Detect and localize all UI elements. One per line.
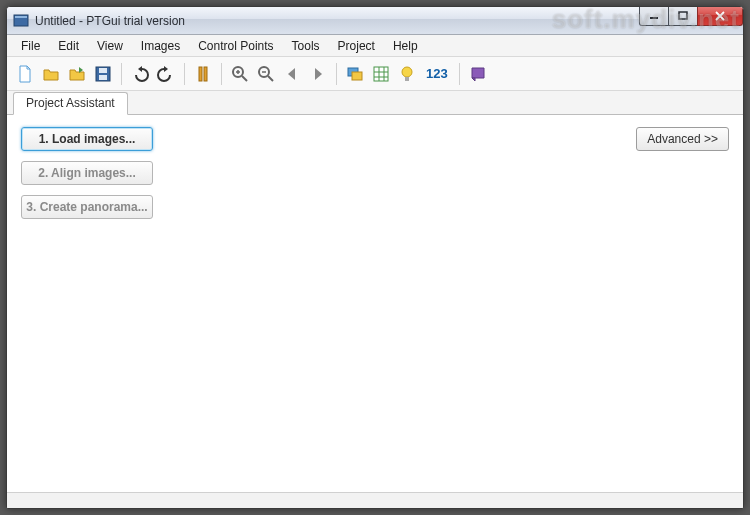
titlebar[interactable]: Untitled - PTGui trial version [7,7,743,35]
toolbar: 123 [7,57,743,91]
tabstrip: Project Assistant [7,91,743,115]
svg-rect-5 [99,68,107,73]
zoom-out-icon[interactable] [254,62,278,86]
svg-rect-15 [405,77,409,81]
app-icon [13,13,29,29]
previous-icon[interactable] [280,62,304,86]
close-button[interactable] [697,6,743,26]
svg-rect-8 [204,67,207,81]
menu-file[interactable]: File [13,37,48,55]
open-project-icon[interactable] [39,62,63,86]
statusbar [7,492,743,508]
menubar: File Edit View Images Control Points Too… [7,35,743,57]
maximize-button[interactable] [668,6,698,26]
align-images-button: 2. Align images... [21,161,153,185]
svg-rect-7 [199,67,202,81]
open-recent-icon[interactable] [65,62,89,86]
content-area: 1. Load images... 2. Align images... 3. … [7,115,743,492]
minimize-button[interactable] [639,6,669,26]
menu-images[interactable]: Images [133,37,188,55]
menu-help[interactable]: Help [385,37,426,55]
window-controls [640,6,743,26]
redo-icon[interactable] [154,62,178,86]
svg-rect-3 [679,12,687,19]
numbers-icon[interactable]: 123 [421,62,453,86]
menu-control-points[interactable]: Control Points [190,37,281,55]
menu-project[interactable]: Project [330,37,383,55]
load-images-button[interactable]: 1. Load images... [21,127,153,151]
app-window: Untitled - PTGui trial version File Edit… [6,6,744,509]
tab-project-assistant[interactable]: Project Assistant [13,92,128,115]
toolbar-separator [336,63,337,85]
control-points-table-icon[interactable] [369,62,393,86]
panorama-editor-icon[interactable] [343,62,367,86]
menu-tools[interactable]: Tools [284,37,328,55]
optimizer-icon[interactable] [191,62,215,86]
new-project-icon[interactable] [13,62,37,86]
lightbulb-icon[interactable] [395,62,419,86]
window-title: Untitled - PTGui trial version [35,14,185,28]
toolbar-separator [121,63,122,85]
help-icon[interactable] [466,62,490,86]
next-icon[interactable] [306,62,330,86]
toolbar-separator [459,63,460,85]
svg-rect-13 [374,67,388,81]
menu-edit[interactable]: Edit [50,37,87,55]
zoom-in-icon[interactable] [228,62,252,86]
create-panorama-button: 3. Create panorama... [21,195,153,219]
svg-rect-2 [650,17,658,19]
toolbar-separator [221,63,222,85]
advanced-button[interactable]: Advanced >> [636,127,729,151]
svg-rect-12 [352,72,362,80]
save-icon[interactable] [91,62,115,86]
svg-rect-6 [99,75,107,80]
svg-rect-1 [15,16,27,18]
svg-point-14 [402,67,412,77]
menu-view[interactable]: View [89,37,131,55]
undo-icon[interactable] [128,62,152,86]
toolbar-separator [184,63,185,85]
